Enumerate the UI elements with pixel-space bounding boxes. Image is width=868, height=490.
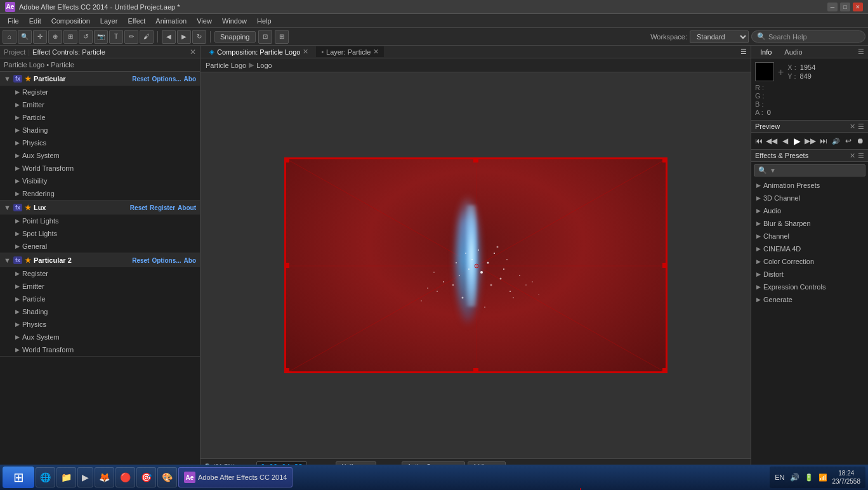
start-button[interactable]: ⊞ — [3, 467, 34, 488]
maximize-button[interactable]: □ — [840, 3, 850, 11]
search-help-input[interactable]: 🔍 Search Help — [751, 30, 865, 43]
lux-about[interactable]: About — [178, 204, 196, 211]
particular-1-world-transform[interactable]: ▶ World Transform — [0, 162, 200, 175]
effects-item-color-correction[interactable]: ▶ Color Correction — [751, 255, 868, 268]
expand-toggle[interactable]: ⊞ — [275, 30, 289, 44]
prev-frame-btn[interactable]: ◀ — [162, 30, 176, 44]
effects-search-arrow[interactable]: ▼ — [770, 167, 776, 174]
effects-item-channel[interactable]: ▶ Channel — [751, 230, 868, 242]
particular-1-options[interactable]: Options... — [152, 76, 181, 83]
effects-item-3d-channel[interactable]: ▶ 3D Channel — [751, 192, 868, 204]
particular-2-world-transform[interactable]: ▶ World Transform — [0, 343, 200, 356]
preview-audio-btn[interactable]: 🔊 — [831, 135, 841, 147]
menu-edit[interactable]: Edit — [24, 16, 46, 26]
preview-prev-btn[interactable]: ◀◀ — [766, 135, 777, 147]
layer-tab-close[interactable]: ✕ — [373, 48, 379, 56]
menu-file[interactable]: File — [3, 16, 24, 26]
effects-item-audio[interactable]: ▶ Audio — [751, 204, 868, 217]
layer-tab-particle[interactable]: ▪ Layer: Particle ✕ — [316, 46, 384, 57]
breadcrumb-layer[interactable]: Logo — [256, 62, 272, 69]
snap-options[interactable]: ⊡ — [258, 30, 272, 44]
preview-fwd-btn[interactable]: ▶▶ — [805, 135, 816, 147]
preview-record-btn[interactable]: ⏺ — [856, 135, 865, 147]
particular-2-options[interactable]: Options... — [152, 257, 181, 264]
home-tool[interactable]: ⌂ — [3, 30, 16, 44]
panel-close-btn[interactable]: ✕ — [190, 48, 196, 56]
menu-help[interactable]: Help — [252, 16, 277, 26]
search-tool[interactable]: 🔍 — [18, 30, 32, 44]
window-controls[interactable]: ─ □ ✕ — [827, 3, 863, 11]
particular-1-rendering[interactable]: ▶ Rendering — [0, 187, 200, 200]
audio-tab[interactable]: Audio — [779, 47, 807, 57]
preview-loop-btn[interactable]: ↩ — [843, 135, 853, 147]
handle-rm[interactable] — [662, 263, 667, 268]
particular-2-aux-system[interactable]: ▶ Aux System — [0, 331, 200, 343]
particular-2-register[interactable]: ▶ Register — [0, 267, 200, 280]
handle-lm[interactable] — [284, 263, 289, 268]
handle-bl[interactable] — [284, 368, 289, 373]
particular-2-shading[interactable]: ▶ Shading — [0, 305, 200, 318]
particular-1-visibility[interactable]: ▶ Visibility — [0, 175, 200, 187]
lux-reset[interactable]: Reset — [130, 204, 147, 211]
particular-2-about[interactable]: Abo — [184, 257, 196, 264]
menu-window[interactable]: Window — [217, 16, 252, 26]
close-button[interactable]: ✕ — [853, 3, 863, 11]
panel-menu-btn[interactable]: ☰ — [740, 48, 747, 56]
info-panel-menu[interactable]: ☰ — [858, 48, 864, 56]
effects-panel-menu[interactable]: ☰ — [858, 152, 864, 160]
lux-general[interactable]: ▶ General — [0, 240, 200, 253]
effects-item-cinema4d[interactable]: ▶ CINEMA 4D — [751, 242, 868, 255]
volume-icon[interactable]: 🔊 — [790, 473, 799, 482]
minimize-button[interactable]: ─ — [827, 3, 838, 11]
handle-tm[interactable] — [473, 157, 478, 162]
anchor-tool[interactable]: ⊕ — [48, 30, 62, 44]
particular-1-shading[interactable]: ▶ Shading — [0, 124, 200, 136]
particular-1-reset[interactable]: Reset — [132, 76, 149, 83]
camera-tool[interactable]: 📷 — [94, 30, 108, 44]
effect-controls-tab[interactable]: Effect Controls: Particle — [32, 48, 105, 56]
lux-point-lights[interactable]: ▶ Point Lights — [0, 215, 200, 227]
taskbar-ae[interactable]: Ae Adobe After Effects CC 2014 — [178, 467, 293, 487]
menu-composition[interactable]: Composition — [46, 16, 95, 26]
effects-item-animation-presets[interactable]: ▶ Animation Presets — [751, 179, 868, 192]
menu-view[interactable]: View — [192, 16, 217, 26]
menu-animation[interactable]: Animation — [150, 16, 192, 26]
particular-2-emitter[interactable]: ▶ Emitter — [0, 280, 200, 293]
particular-1-particle[interactable]: ▶ Particle — [0, 111, 200, 124]
lux-spot-lights[interactable]: ▶ Spot Lights — [0, 227, 200, 240]
move-tool[interactable]: ✛ — [33, 30, 47, 44]
preview-back-btn[interactable]: ◀ — [780, 135, 789, 147]
comp-tab-particle-logo[interactable]: ◈ Composition: Particle Logo ✕ — [204, 46, 313, 57]
effects-item-generate[interactable]: ▶ Generate — [751, 293, 868, 306]
system-clock[interactable]: 18:24 23/7/2558 — [832, 469, 861, 486]
particular-2-particle[interactable]: ▶ Particle — [0, 293, 200, 305]
particular-1-emitter[interactable]: ▶ Emitter — [0, 98, 200, 111]
particular-2-reset[interactable]: Reset — [132, 257, 149, 264]
lux-register[interactable]: Register — [150, 204, 175, 211]
scale-tool[interactable]: ⊞ — [63, 30, 77, 44]
breadcrumb-comp[interactable]: Particle Logo — [206, 62, 246, 69]
particular-1-register[interactable]: ▶ Register — [0, 86, 200, 98]
info-tab[interactable]: Info — [755, 47, 777, 57]
preview-first-btn[interactable]: ⏮ — [754, 135, 763, 147]
taskbar-chrome[interactable]: 🔴 — [115, 467, 135, 487]
taskbar-firefox[interactable]: 🦊 — [95, 467, 114, 487]
handle-bm[interactable] — [473, 368, 478, 373]
comp-tab-close[interactable]: ✕ — [303, 48, 308, 56]
effects-search-input[interactable]: 🔍 ▼ — [754, 164, 865, 176]
brush-tool[interactable]: 🖌 — [140, 30, 154, 44]
particular-1-physics[interactable]: ▶ Physics — [0, 136, 200, 149]
loop-btn[interactable]: ↻ — [192, 30, 206, 44]
pen-tool[interactable]: ✏ — [124, 30, 138, 44]
taskbar-media[interactable]: ▶ — [77, 467, 93, 487]
snapping-toggle[interactable]: Snapping — [214, 31, 256, 43]
project-tab[interactable]: Project — [4, 48, 25, 56]
effects-item-expression[interactable]: ▶ Expression Controls — [751, 281, 868, 293]
particular-2-title[interactable]: ▼ fx ★ Particular 2 Reset Options... Abo — [0, 253, 200, 267]
handle-tl[interactable] — [284, 157, 289, 162]
taskbar-target[interactable]: 🎯 — [136, 467, 156, 487]
handle-br[interactable] — [662, 368, 667, 373]
particular-1-about[interactable]: Abo — [184, 76, 196, 83]
taskbar-another[interactable]: 🎨 — [157, 467, 177, 487]
particular-2-physics[interactable]: ▶ Physics — [0, 318, 200, 331]
